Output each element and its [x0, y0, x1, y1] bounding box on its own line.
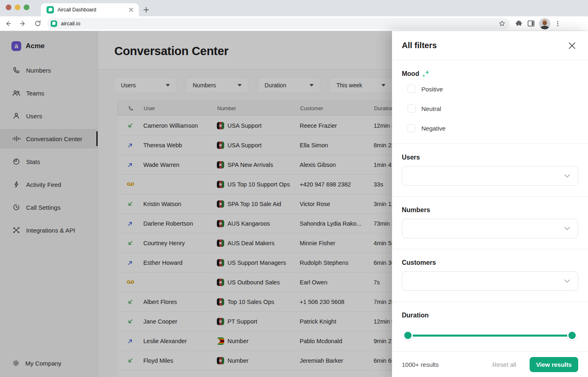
aircall-favicon [51, 20, 57, 27]
numbers-section-label: Numbers [402, 206, 578, 214]
numbers-select[interactable] [402, 219, 578, 238]
all-filters-panel: All filters Mood ✦✦ Positive [392, 31, 588, 377]
aircall-app: a Acme Numbers Teams [0, 31, 588, 377]
duration-range-slider[interactable] [407, 331, 573, 339]
mood-section-label: Mood [402, 70, 419, 78]
window-zoom-button[interactable] [24, 4, 29, 10]
forward-icon[interactable] [16, 17, 29, 30]
users-filter-section: Users [392, 144, 588, 196]
customers-filter-section: Customers [392, 249, 588, 302]
window-minimize-button[interactable] [15, 4, 20, 10]
browser-toolbar: aircall.io [0, 16, 588, 31]
mood-filter-section: Mood ✦✦ Positive Neutral Negative [392, 60, 588, 144]
url-text: aircall.io [61, 20, 499, 27]
panel-title: All filters [402, 41, 437, 50]
tab-close-icon[interactable] [127, 6, 135, 13]
chevron-down-icon [564, 226, 570, 231]
browser-menu-kebab-icon[interactable] [555, 20, 561, 27]
duration-filter-section: Duration [392, 302, 588, 353]
duration-section-label: Duration [402, 312, 578, 319]
customers-select[interactable] [402, 271, 578, 291]
positive-checkbox[interactable] [408, 85, 416, 93]
results-count: 1000+ results [402, 361, 492, 368]
window-close-button[interactable] [6, 4, 11, 10]
chevron-down-icon [564, 174, 570, 178]
window-controls [6, 4, 29, 10]
neutral-checkbox[interactable] [408, 104, 416, 113]
tab-title: Aircall Dashboard [58, 7, 127, 13]
extensions-puzzle-icon[interactable] [515, 20, 523, 27]
browser-tab-strip: Aircall Dashboard [0, 0, 588, 16]
chevron-down-icon [564, 279, 570, 283]
checkbox-label: Neutral [421, 105, 441, 112]
profile-avatar[interactable] [539, 18, 550, 29]
browser-tab[interactable]: Aircall Dashboard [41, 3, 139, 16]
browser-window: Aircall Dashboard aircall.io [0, 0, 588, 377]
slider-min-handle[interactable] [404, 332, 412, 339]
mood-option-negative: Negative [408, 118, 578, 138]
mood-option-neutral: Neutral [408, 99, 578, 118]
panel-footer: 1000+ results Reset all View results [392, 351, 588, 377]
address-bar[interactable]: aircall.io [47, 18, 510, 29]
reload-icon[interactable] [31, 17, 44, 30]
users-select[interactable] [402, 166, 578, 186]
new-tab-button[interactable] [141, 5, 151, 15]
sparkles-icon: ✦✦ [422, 70, 430, 78]
mood-option-positive: Positive [408, 79, 578, 99]
checkbox-label: Negative [421, 125, 445, 132]
side-panel-icon[interactable] [527, 20, 535, 27]
aircall-favicon [47, 6, 54, 13]
customers-section-label: Customers [402, 259, 578, 266]
back-icon[interactable] [2, 17, 15, 30]
slider-track[interactable] [407, 335, 573, 337]
numbers-filter-section: Numbers [392, 197, 588, 249]
close-icon[interactable] [567, 40, 577, 51]
negative-checkbox[interactable] [408, 124, 416, 132]
reset-all-button[interactable]: Reset all [492, 361, 516, 368]
view-results-button[interactable]: View results [530, 357, 578, 372]
users-section-label: Users [402, 154, 578, 161]
slider-max-handle[interactable] [568, 332, 576, 339]
checkbox-label: Positive [421, 86, 443, 93]
bookmark-star-icon[interactable] [499, 20, 506, 27]
